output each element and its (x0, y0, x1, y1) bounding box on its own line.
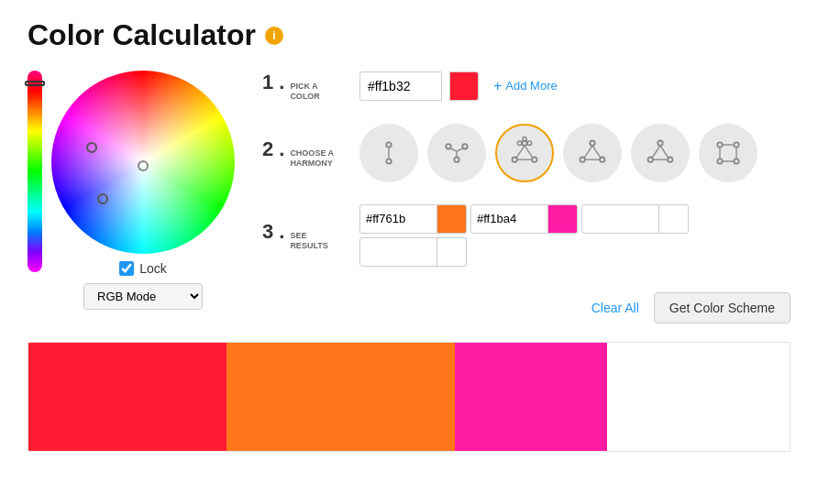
harmony-triadic-icon (508, 137, 541, 170)
harmony-analogous[interactable] (631, 124, 690, 182)
svg-point-30 (717, 142, 722, 147)
harmony-analogous-icon (644, 137, 677, 170)
swatch-container (28, 342, 790, 452)
rgb-mode-select[interactable]: RGB Mode HSB Mode HSL Mode (83, 283, 203, 310)
bottom-actions: Clear All Get Color Scheme (262, 292, 790, 323)
add-more-plus-icon: + (493, 78, 502, 94)
svg-line-13 (525, 145, 533, 158)
step3-text: SEE RESULTS (290, 231, 327, 251)
page-title: Color Calculator (28, 18, 256, 52)
result-empty-4 (359, 237, 437, 267)
harmony-complementary[interactable] (359, 124, 418, 182)
result-hex-2[interactable] (470, 204, 548, 234)
svg-point-18 (590, 140, 594, 145)
harmony-complementary-icon (372, 137, 405, 170)
result-empty-swatch-4 (437, 237, 467, 267)
svg-point-32 (717, 159, 722, 163)
info-icon[interactable]: i (265, 27, 283, 45)
step3-row: 3 . SEE RESULTS (262, 204, 790, 267)
svg-point-0 (386, 142, 391, 147)
wheel-marker-2[interactable] (97, 193, 108, 204)
svg-line-28 (660, 145, 669, 158)
svg-point-24 (658, 140, 662, 145)
harmony-circles (359, 124, 757, 182)
svg-line-8 (457, 148, 463, 151)
harmony-square[interactable] (699, 124, 757, 182)
step3-number: 3 (262, 220, 273, 244)
harmony-split[interactable] (427, 124, 486, 182)
page-header: Color Calculator i (28, 18, 790, 52)
step1-row: 1 . PICK A COLOR + Add More (262, 71, 790, 102)
result-swatch-1[interactable] (437, 204, 467, 234)
svg-line-27 (652, 145, 660, 158)
harmony-triadic[interactable] (495, 124, 554, 182)
svg-point-16 (527, 141, 532, 146)
result-hex-1[interactable] (359, 204, 437, 234)
lock-row: Lock (119, 261, 167, 276)
step1-dot: . (279, 71, 284, 94)
lock-label: Lock (139, 261, 167, 276)
step3-label: 3 . SEE RESULTS (262, 220, 345, 251)
result-swatch-2[interactable] (548, 204, 578, 234)
swatch-block-3[interactable] (455, 343, 607, 451)
harmony-split-icon (440, 137, 473, 170)
svg-point-3 (454, 157, 459, 161)
step2-row: 2 . CHOOSE A HARMONY (262, 124, 790, 182)
harmony-tetradic[interactable] (563, 124, 622, 182)
result-empty-swatch-3 (659, 204, 689, 234)
svg-point-1 (386, 159, 391, 163)
harmony-tetradic-icon (576, 137, 609, 170)
svg-point-33 (734, 159, 738, 163)
color-swatch-1[interactable] (449, 71, 479, 101)
wheel-marker-1[interactable] (86, 142, 97, 153)
step1-input-group: + Add More (359, 71, 558, 101)
svg-line-12 (516, 145, 525, 158)
step2-dot: . (279, 137, 284, 161)
color-wheel[interactable] (51, 71, 235, 254)
add-more-button[interactable]: + Add More (493, 78, 558, 94)
result-empty-3 (581, 204, 659, 234)
get-scheme-button[interactable]: Get Color Scheme (654, 292, 790, 323)
step3-dot: . (279, 220, 284, 244)
svg-line-7 (450, 148, 457, 151)
add-more-label: Add More (505, 79, 557, 93)
hue-strip[interactable] (28, 71, 42, 272)
step1-text: PICK A COLOR (290, 82, 320, 102)
svg-point-15 (517, 141, 522, 146)
color-hex-input[interactable] (359, 71, 442, 101)
harmony-square-icon (712, 137, 745, 170)
swatch-block-empty-1 (607, 343, 790, 451)
svg-line-21 (584, 145, 592, 158)
result-group-1 (359, 204, 467, 234)
result-group-4 (359, 237, 467, 267)
step1-number: 1 (262, 71, 273, 94)
wheel-marker-center[interactable] (138, 160, 149, 171)
result-group-2 (470, 204, 578, 234)
step2-text: CHOOSE A HARMONY (290, 148, 334, 169)
hue-strip-marker[interactable] (25, 81, 45, 86)
svg-point-31 (734, 142, 738, 147)
result-inputs (359, 204, 790, 267)
main-content: Lock RGB Mode HSB Mode HSL Mode 1 . PICK… (28, 71, 790, 323)
step1-label: 1 . PICK A COLOR (262, 71, 345, 102)
clear-all-button[interactable]: Clear All (591, 301, 639, 315)
step2-number: 2 (262, 137, 273, 161)
color-wheel-container (51, 71, 235, 254)
steps-area: 1 . PICK A COLOR + Add More 2 . (262, 71, 790, 323)
swatch-block-2[interactable] (227, 343, 455, 451)
color-wheel-area: Lock RGB Mode HSB Mode HSL Mode (28, 71, 235, 310)
result-group-3 (581, 204, 689, 234)
swatch-block-1[interactable] (28, 343, 227, 451)
step2-label: 2 . CHOOSE A HARMONY (262, 137, 345, 169)
svg-line-22 (592, 145, 601, 158)
lock-checkbox[interactable] (119, 261, 134, 276)
